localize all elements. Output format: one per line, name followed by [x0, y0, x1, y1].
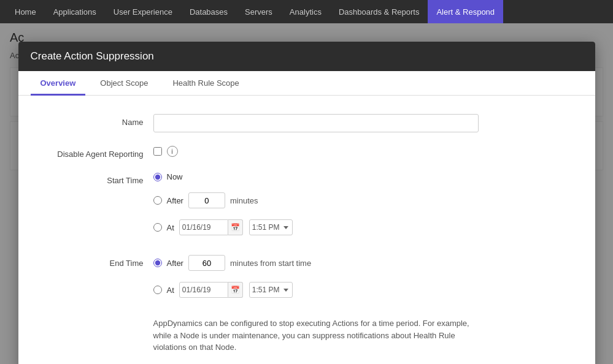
start-now-label: Now	[167, 172, 183, 181]
modal-title: Create Action Suppression	[31, 50, 154, 62]
tab-overview[interactable]: Overview	[31, 71, 86, 95]
modal-body: Name Disable Agent Reporting i	[18, 96, 595, 364]
end-after-label: After	[167, 259, 183, 268]
modal-overlay: Create Action Suppression Overview Objec…	[0, 23, 613, 364]
end-time-options: After minutes from start time At �	[153, 255, 571, 304]
nav-applications[interactable]: Applications	[45, 0, 105, 23]
start-at-radio[interactable]	[153, 223, 162, 232]
name-label: Name	[43, 114, 153, 127]
description-text: AppDynamics can be configured to stop ex…	[153, 317, 485, 354]
start-time-select[interactable]: 1:51 PM	[249, 219, 293, 235]
info-icon[interactable]: i	[167, 146, 178, 157]
modal-dialog: Create Action Suppression Overview Objec…	[18, 42, 595, 364]
start-datetime-group: 📅 1:51 PM	[179, 219, 293, 235]
start-at-row: At 📅 1:51 PM	[153, 219, 571, 235]
end-time-row: End Time After minutes from start time	[43, 255, 571, 304]
end-at-row: At 📅 1:51 PM	[153, 282, 571, 298]
top-navigation: Home Applications User Experience Databa…	[0, 0, 613, 23]
start-after-radio[interactable]	[153, 196, 162, 205]
disable-agent-control: i	[153, 146, 571, 157]
nav-home[interactable]: Home	[6, 0, 45, 23]
disable-agent-row: Disable Agent Reporting i	[43, 146, 571, 159]
modal-tabs: Overview Object Scope Health Rule Scope	[18, 71, 595, 96]
name-input[interactable]	[153, 114, 479, 132]
start-after-label: After	[167, 196, 183, 205]
start-now-radio[interactable]	[153, 173, 162, 181]
start-calendar-icon[interactable]: 📅	[228, 219, 243, 235]
start-now-row: Now	[153, 172, 571, 181]
end-date-wrapper: 📅	[179, 282, 243, 298]
end-time-select[interactable]: 1:51 PM	[249, 282, 293, 298]
end-minutes-from-label: minutes from start time	[230, 259, 311, 268]
start-time-row: Start Time Now After minutes	[43, 172, 571, 241]
start-after-input[interactable]	[188, 192, 225, 208]
nav-servers[interactable]: Servers	[236, 0, 281, 23]
start-after-row: After minutes	[153, 192, 571, 208]
start-at-label: At	[167, 223, 174, 232]
disable-agent-checkbox[interactable]	[153, 147, 162, 156]
end-after-row: After minutes from start time	[153, 255, 571, 271]
checkbox-row: i	[153, 146, 571, 157]
nav-databases[interactable]: Databases	[181, 0, 236, 23]
tab-health-rule-scope[interactable]: Health Rule Scope	[163, 71, 249, 95]
end-after-radio[interactable]	[153, 259, 162, 267]
name-control-area	[153, 114, 571, 132]
start-minutes-label: minutes	[230, 196, 258, 205]
end-time-label: End Time	[43, 255, 153, 268]
start-time-label: Start Time	[43, 172, 153, 185]
disable-agent-label: Disable Agent Reporting	[43, 146, 153, 159]
end-datetime-group: 📅 1:51 PM	[179, 282, 293, 298]
modal-header: Create Action Suppression	[18, 42, 595, 71]
end-after-input[interactable]	[188, 255, 225, 271]
nav-alert-respond[interactable]: Alert & Respond	[428, 0, 503, 23]
name-row: Name	[43, 114, 571, 132]
start-date-wrapper: 📅	[179, 219, 243, 235]
nav-user-experience[interactable]: User Experience	[105, 0, 181, 23]
nav-analytics[interactable]: Analytics	[281, 0, 330, 23]
end-calendar-icon[interactable]: 📅	[228, 282, 243, 298]
background-content: Ac Ac Create Action Suppression Overview…	[0, 23, 613, 364]
nav-dashboards[interactable]: Dashboards & Reports	[330, 0, 428, 23]
tab-object-scope[interactable]: Object Scope	[90, 71, 158, 95]
end-at-label: At	[167, 286, 174, 295]
start-time-options: Now After minutes At	[153, 172, 571, 241]
end-at-radio[interactable]	[153, 286, 162, 294]
start-date-input[interactable]	[179, 219, 228, 235]
end-date-input[interactable]	[179, 282, 228, 298]
